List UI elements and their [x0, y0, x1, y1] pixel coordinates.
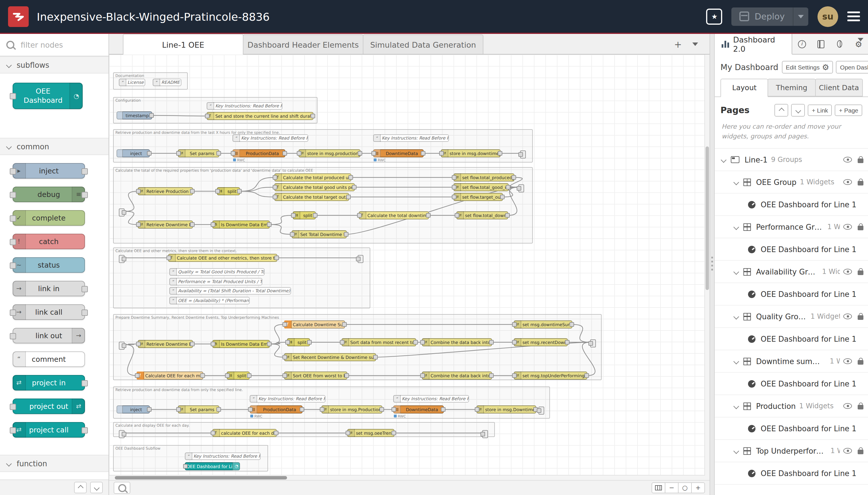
lock-icon[interactable]	[858, 271, 863, 275]
output-port[interactable]	[585, 373, 589, 378]
output-port[interactable]	[342, 322, 347, 327]
lock-icon[interactable]	[858, 405, 863, 409]
tab-client-data[interactable]: Client Data	[815, 79, 863, 97]
comment-node[interactable]: “License	[119, 79, 145, 86]
zoom-out-button[interactable]: −	[665, 482, 679, 493]
input-port[interactable]	[135, 373, 139, 378]
expand-all-button[interactable]	[791, 104, 805, 117]
flow-node-change[interactable]: ⇄Set params	[178, 149, 219, 157]
output-port[interactable]	[380, 407, 384, 412]
flow-node-function[interactable]: fCalculate the total target output of to…	[274, 193, 349, 201]
tree-row-group[interactable]: Performance Group1 Widgets	[715, 216, 868, 238]
flow-node-function[interactable]: fCalculate OEE and other metrics, then s…	[168, 254, 277, 262]
tree-row-widget[interactable]: OEE Dashboard for Line 1	[715, 417, 868, 440]
palette-category-function[interactable]: function	[0, 455, 108, 472]
tree-row-widget[interactable]: OEE Dashboard for Line 1	[715, 283, 868, 306]
comment-node[interactable]: “README	[153, 79, 181, 86]
tree-row-group[interactable]: OEE Group1 Widgets	[715, 171, 868, 193]
input-port[interactable]	[452, 175, 456, 180]
inject-button[interactable]	[117, 406, 123, 413]
input-port[interactable]	[273, 185, 277, 189]
flow-node-change[interactable]: ⇄store in msg.DowntimeData	[476, 406, 536, 413]
scrollbar-thumb[interactable]	[706, 147, 709, 290]
output-port[interactable]	[500, 195, 505, 199]
flow-node-change[interactable]: ⇄Sort OEE from worst to best	[284, 372, 347, 379]
output-port[interactable]	[147, 151, 152, 156]
palette-node-catch[interactable]: !catch	[13, 234, 85, 249]
output-port[interactable]	[147, 407, 152, 412]
palette-node-status[interactable]: ~status	[13, 257, 85, 273]
output-port[interactable]	[274, 256, 279, 260]
eye-icon[interactable]	[843, 157, 852, 163]
flow-node-change[interactable]: ⇄Combine the data back into an array.	[422, 372, 492, 379]
output-port[interactable]	[489, 340, 494, 344]
input-port[interactable]	[439, 151, 444, 156]
output-port[interactable]	[190, 189, 195, 193]
input-port[interactable]	[211, 431, 215, 435]
inject-button[interactable]	[117, 112, 123, 119]
output-port[interactable]	[190, 342, 195, 346]
input-port[interactable]	[231, 151, 236, 156]
output-port[interactable]	[190, 222, 195, 227]
tree-row-widget[interactable]: OEE Dashboard for Line 1	[715, 462, 868, 485]
sidebar-tab-list-button[interactable]	[858, 41, 863, 52]
sidebar-splitter[interactable]	[710, 34, 715, 495]
inject-button[interactable]	[117, 149, 123, 157]
input-port[interactable]	[392, 407, 396, 412]
palette-node-complete[interactable]: ✓complete	[13, 210, 85, 226]
input-port[interactable]	[320, 407, 324, 412]
flow-canvas[interactable]: DocumentationConfigurationRetrieve produ…	[109, 54, 710, 480]
output-port[interactable]	[421, 151, 426, 156]
input-port[interactable]	[273, 175, 277, 180]
lock-icon[interactable]	[858, 181, 863, 186]
palette-node-comment[interactable]: “comment	[13, 352, 85, 367]
palette-node-project-call[interactable]: ⇄project call	[13, 422, 85, 438]
output-port[interactable]	[313, 213, 317, 218]
deploy-button[interactable]: Deploy	[732, 7, 808, 25]
flow-node-change[interactable]: ⇄set msg.topUnderPerformingMachines	[514, 372, 587, 379]
input-port[interactable]	[512, 340, 517, 344]
palette-category-subflows[interactable]: subflows	[0, 56, 108, 73]
flow-node-db[interactable]: ▤DowntimeDataRWC	[373, 149, 424, 157]
flow-node-link-in[interactable]	[119, 255, 125, 263]
input-port[interactable]	[136, 222, 141, 227]
output-port[interactable]	[392, 431, 396, 435]
input-port[interactable]	[518, 152, 523, 157]
output-port[interactable]	[506, 185, 510, 189]
output-port[interactable]	[267, 222, 272, 227]
flow-node-link-out[interactable]	[358, 255, 363, 263]
flow-node-change[interactable]: ⇄Combine the data back into an array.	[422, 338, 492, 346]
output-port[interactable]	[122, 257, 126, 261]
tree-row-widget[interactable]: OEE Dashboard for Line 1	[715, 373, 868, 395]
input-port[interactable]	[340, 340, 344, 344]
output-port[interactable]	[358, 151, 362, 156]
comment-node[interactable]: “Key Instructions: Read Before Proceedin…	[185, 453, 261, 460]
flow-node-db[interactable]: ▤ProductionDataRWC	[250, 406, 302, 413]
input-port[interactable]	[211, 342, 215, 346]
comment-node[interactable]: “Key Instructions: Read Before Proceedin…	[250, 395, 326, 403]
output-port[interactable]	[122, 210, 126, 215]
eye-icon[interactable]	[843, 269, 852, 274]
lock-icon[interactable]	[858, 450, 863, 454]
flow-node-change[interactable]: ⇄set msg.recentDowntime	[514, 338, 568, 346]
eye-icon[interactable]	[843, 224, 852, 230]
flow-node-change[interactable]: ⇄store in msg.production_data	[298, 149, 361, 157]
flow-node-change[interactable]: ⇄Sort data from most recent to oldest	[342, 338, 416, 346]
chevron-down-icon[interactable]	[733, 269, 739, 274]
flow-node-link-out[interactable]	[538, 407, 544, 415]
tree-row-widget[interactable]: OEE Dashboard for Line 1	[715, 238, 868, 261]
input-port[interactable]	[537, 408, 541, 413]
flow-node-link-out[interactable]	[520, 151, 526, 158]
chevron-down-icon[interactable]	[733, 358, 739, 364]
sidebar-tab-book[interactable]	[811, 34, 830, 54]
flow-node-function2[interactable]: fCalculate OEE for each machine	[137, 372, 203, 379]
output-port[interactable]	[352, 185, 357, 189]
palette-node-debug[interactable]: ≡debug	[13, 187, 85, 202]
palette-node-project-out[interactable]: ⇄project out	[13, 398, 85, 414]
scrollbar-thumb[interactable]	[115, 476, 287, 479]
flow-node-subflow[interactable]: ◔OEE Dashboard for Line 1	[185, 462, 240, 470]
input-port[interactable]	[282, 355, 287, 359]
palette-collapse-all-button[interactable]	[74, 482, 87, 493]
flow-node-function[interactable]: fSet and store the current line and shif…	[207, 112, 313, 120]
eye-icon[interactable]	[843, 403, 852, 409]
